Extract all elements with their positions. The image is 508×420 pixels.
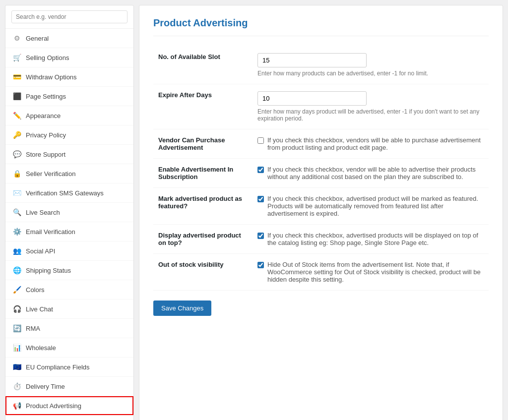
sidebar-label-colors: Colors (26, 286, 45, 294)
label-display-advertised-top: Display advertised product on top? (153, 225, 253, 254)
sidebar-label-delivery-time: Delivery Time (26, 383, 65, 390)
sidebar-label-live-search: Live Search (26, 209, 60, 216)
sidebar-label-social-api: Social API (26, 247, 55, 255)
label-out-of-stock-visibility: Out of stock visibility (153, 254, 253, 291)
sidebar-item-appearance[interactable]: ✏️ Appearance (5, 106, 133, 125)
input-expire-after-days[interactable] (257, 91, 367, 106)
save-changes-button[interactable]: Save Changes (153, 300, 211, 316)
field-mark-advertised-featured: If you check this checkbox, advertised p… (253, 188, 489, 225)
icon-eu-compliance: 🇪🇺 (12, 362, 21, 371)
help-expire-after-days: Enter how many days product will be adve… (257, 108, 484, 122)
checkbox-label-mark-advertised-featured: If you check this checkbox, advertised p… (267, 195, 484, 217)
sidebar-item-vendor-subscription[interactable]: 🖥️ Vendor Subscription (5, 416, 133, 420)
sidebar-label-wholesale: Wholesale (26, 344, 56, 352)
sidebar-item-eu-compliance[interactable]: 🇪🇺 EU Compliance Fields (5, 358, 133, 376)
checkbox-out-of-stock-visibility[interactable] (257, 262, 264, 268)
page-title: Product Advertising (153, 17, 489, 36)
checkbox-label-display-advertised-top: If you check this checkbox, advertised p… (267, 232, 484, 246)
sidebar-item-product-advertising[interactable]: 📢 Product Advertising (5, 396, 133, 415)
sidebar-item-rma[interactable]: 🔄 RMA (5, 319, 133, 338)
sidebar-label-email-verification: Email Verification (26, 228, 75, 236)
field-out-of-stock-visibility: Hide Out of Stock items from the adverti… (253, 254, 489, 291)
sidebar-item-email-verification[interactable]: ⚙️ Email Verification (5, 222, 133, 241)
sidebar-label-seller-verification: Seller Verification (26, 170, 75, 178)
checkbox-label-out-of-stock-visibility: Hide Out of Stock items from the adverti… (267, 261, 484, 283)
checkbox-mark-advertised-featured[interactable] (257, 196, 264, 202)
label-mark-advertised-featured: Mark advertised product as featured? (153, 188, 253, 225)
sidebar-label-selling-options: Selling Options (26, 54, 69, 61)
icon-withdraw-options: 💳 (12, 72, 21, 81)
sidebar-item-verification-sms[interactable]: ✉️ Verification SMS Gateways (5, 183, 133, 202)
field-display-advertised-top: If you check this checkbox, advertised p… (253, 225, 489, 254)
checkbox-label-vendor-can-purchase: If you check this checkbox, vendors will… (267, 136, 484, 151)
sidebar-item-page-settings[interactable]: ⬛ Page Settings (5, 87, 133, 106)
label-vendor-can-purchase: Vendor Can Purchase Advertisement (153, 129, 253, 159)
icon-live-search: 🔍 (12, 208, 21, 217)
label-enable-advertisement-subscription: Enable Advertisement In Subscription (153, 159, 253, 188)
icon-rma: 🔄 (12, 324, 21, 333)
sidebar-item-privacy-policy[interactable]: 🔑 Privacy Policy (5, 125, 133, 144)
icon-verification-sms: ✉️ (12, 188, 21, 197)
icon-selling-options: 🛒 (12, 53, 21, 62)
sidebar-item-withdraw-options[interactable]: 💳 Withdraw Options (5, 67, 133, 86)
sidebar-item-shipping-status[interactable]: 🌐 Shipping Status (5, 261, 133, 280)
checkbox-vendor-can-purchase[interactable] (257, 137, 264, 144)
sidebar-item-delivery-time[interactable]: ⏱️ Delivery Time (5, 377, 133, 396)
sidebar-label-appearance: Appearance (26, 112, 61, 120)
icon-live-chat: 🎧 (12, 304, 21, 313)
field-available-slot: Enter how many products can be advertise… (253, 46, 489, 84)
input-available-slot[interactable] (257, 53, 367, 67)
sidebar: ⚙ General 🛒 Selling Options 💳 Withdraw O… (5, 5, 134, 420)
icon-privacy-policy: 🔑 (12, 130, 21, 139)
sidebar-label-page-settings: Page Settings (26, 93, 66, 100)
sidebar-item-social-api[interactable]: 👥 Social API (5, 241, 133, 260)
icon-email-verification: ⚙️ (12, 227, 21, 236)
sidebar-item-colors[interactable]: 🖌️ Colors (5, 280, 133, 299)
icon-store-support: 💬 (12, 150, 21, 159)
icon-product-advertising: 📢 (12, 401, 21, 410)
icon-page-settings: ⬛ (12, 92, 21, 101)
checkbox-enable-advertisement-subscription[interactable] (257, 167, 264, 173)
sidebar-label-live-chat: Live Chat (26, 305, 53, 313)
icon-delivery-time: ⏱️ (12, 382, 21, 391)
icon-seller-verification: 🔒 (12, 169, 21, 178)
icon-general: ⚙ (12, 34, 21, 43)
field-enable-advertisement-subscription: If you check this checkbox, vendor will … (253, 159, 489, 188)
help-available-slot: Enter how many products can be advertise… (257, 70, 484, 77)
form-table: No. of Available SlotEnter how many prod… (153, 46, 489, 291)
label-available-slot: No. of Available Slot (153, 46, 253, 84)
checkbox-display-advertised-top[interactable] (257, 233, 264, 239)
app-wrapper: ⚙ General 🛒 Selling Options 💳 Withdraw O… (0, 0, 508, 420)
sidebar-item-wholesale[interactable]: 📊 Wholesale (5, 338, 133, 357)
sidebar-label-store-support: Store Support (26, 151, 65, 158)
sidebar-item-live-search[interactable]: 🔍 Live Search (5, 203, 133, 222)
sidebar-label-general: General (26, 35, 49, 42)
icon-appearance: ✏️ (12, 111, 21, 120)
sidebar-label-verification-sms: Verification SMS Gateways (26, 189, 104, 197)
sidebar-label-withdraw-options: Withdraw Options (26, 73, 77, 81)
sidebar-label-privacy-policy: Privacy Policy (26, 131, 66, 139)
icon-social-api: 👥 (12, 246, 21, 255)
sidebar-label-product-advertising: Product Advertising (26, 402, 81, 410)
label-expire-after-days: Expire After Days (153, 84, 253, 129)
sidebar-label-rma: RMA (26, 325, 40, 332)
sidebar-label-eu-compliance: EU Compliance Fields (26, 363, 90, 371)
sidebar-item-selling-options[interactable]: 🛒 Selling Options (5, 48, 133, 67)
icon-shipping-status: 🌐 (12, 266, 21, 275)
sidebar-item-live-chat[interactable]: 🎧 Live Chat (5, 300, 133, 318)
field-vendor-can-purchase: If you check this checkbox, vendors will… (253, 129, 489, 159)
sidebar-item-store-support[interactable]: 💬 Store Support (5, 145, 133, 164)
icon-wholesale: 📊 (12, 343, 21, 352)
sidebar-item-seller-verification[interactable]: 🔒 Seller Verification (5, 164, 133, 183)
sidebar-search-input[interactable] (11, 10, 127, 23)
sidebar-search-container (5, 5, 133, 29)
sidebar-item-general[interactable]: ⚙ General (5, 29, 133, 48)
field-expire-after-days: Enter how many days product will be adve… (253, 84, 489, 129)
icon-colors: 🖌️ (12, 285, 21, 294)
main-content: Product Advertising No. of Available Slo… (139, 5, 503, 420)
sidebar-nav: ⚙ General 🛒 Selling Options 💳 Withdraw O… (5, 29, 133, 420)
sidebar-label-shipping-status: Shipping Status (26, 267, 71, 274)
checkbox-label-enable-advertisement-subscription: If you check this checkbox, vendor will … (267, 166, 484, 180)
